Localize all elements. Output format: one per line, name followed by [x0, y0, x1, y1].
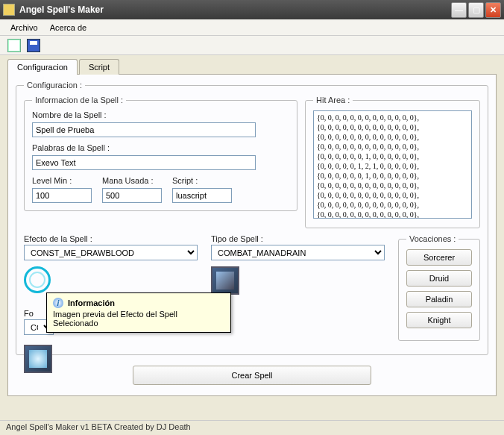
- hitarea-legend: Hit Area :: [313, 96, 353, 104]
- info-fieldset: Informacion de la Spell : Nombre de la S…: [24, 96, 297, 211]
- mana-input[interactable]: [102, 188, 162, 203]
- statusbar: Angel Spell's Maker v1 BETA Created by D…: [0, 420, 504, 435]
- tooltip-body: Imagen previa del Efecto del Spell Selec…: [53, 310, 224, 328]
- new-icon[interactable]: [7, 39, 21, 52]
- create-spell-button[interactable]: Crear Spell: [133, 366, 371, 385]
- config-legend: Configuracion :: [24, 81, 85, 90]
- tab-configuracion[interactable]: Configuracion: [7, 59, 78, 75]
- vocations-fieldset: Vocaciones : Sorcerer Druid Paladin Knig…: [398, 234, 480, 341]
- app-icon: [3, 4, 15, 16]
- toolbar: [0, 36, 504, 55]
- words-input[interactable]: [32, 155, 256, 170]
- vocation-druid[interactable]: Druid: [406, 270, 472, 287]
- level-input[interactable]: [32, 188, 92, 203]
- tab-strip: Configuracion Script: [7, 58, 497, 74]
- type-select[interactable]: COMBAT_MANADRAIN: [211, 245, 385, 260]
- close-button[interactable]: ✕: [485, 2, 501, 18]
- vocation-knight[interactable]: Knight: [406, 312, 472, 328]
- menu-archivo[interactable]: Archivo: [4, 22, 44, 34]
- effect-preview-circle: [24, 266, 51, 293]
- script-input[interactable]: [172, 188, 232, 203]
- vocation-paladin[interactable]: Paladin: [406, 291, 472, 307]
- info-legend: Informacion de la Spell :: [32, 96, 126, 104]
- save-icon[interactable]: [27, 39, 40, 52]
- script-label: Script :: [172, 176, 232, 185]
- effect-label: Efecto de la Spell :: [24, 234, 198, 243]
- config-fieldset: Configuracion : Informacion de la Spell …: [16, 81, 488, 355]
- window-title: Angel Spell's Maker: [19, 4, 450, 15]
- menu-acerca[interactable]: Acerca de: [44, 22, 93, 34]
- config-panel: Configuracion : Informacion de la Spell …: [7, 74, 497, 396]
- words-label: Palabras de la Spell :: [32, 143, 289, 152]
- tab-script[interactable]: Script: [79, 59, 119, 75]
- formula-preview-thumb: [24, 345, 52, 373]
- name-label: Nombre de la Spell :: [32, 110, 289, 119]
- vocations-legend: Vocaciones :: [406, 234, 459, 243]
- minimize-button[interactable]: —: [451, 2, 467, 18]
- hitarea-fieldset: Hit Area : {0, 0, 0, 0, 0, 0, 0, 0, 0, 0…: [305, 96, 480, 228]
- effect-select[interactable]: CONST_ME_DRAWBLOOD: [24, 245, 198, 260]
- mana-label: Mana Usada :: [102, 176, 162, 185]
- tooltip-title: Información: [68, 298, 115, 307]
- menubar: Archivo Acerca de: [0, 19, 504, 36]
- info-icon: i: [53, 298, 63, 308]
- titlebar: Angel Spell's Maker — ▢ ✕: [0, 0, 504, 19]
- name-input[interactable]: [32, 122, 256, 137]
- type-label: Tipo de Spell :: [211, 234, 385, 243]
- hitarea-text[interactable]: {0, 0, 0, 0, 0, 0, 0, 0, 0, 0, 0, 0, 0},…: [313, 110, 472, 219]
- type-preview-thumb: [211, 266, 239, 295]
- level-label: Level Min :: [32, 176, 92, 185]
- tooltip: i Información Imagen previa del Efecto d…: [46, 292, 231, 333]
- vocation-sorcerer[interactable]: Sorcerer: [406, 249, 472, 266]
- maximize-button[interactable]: ▢: [468, 2, 484, 18]
